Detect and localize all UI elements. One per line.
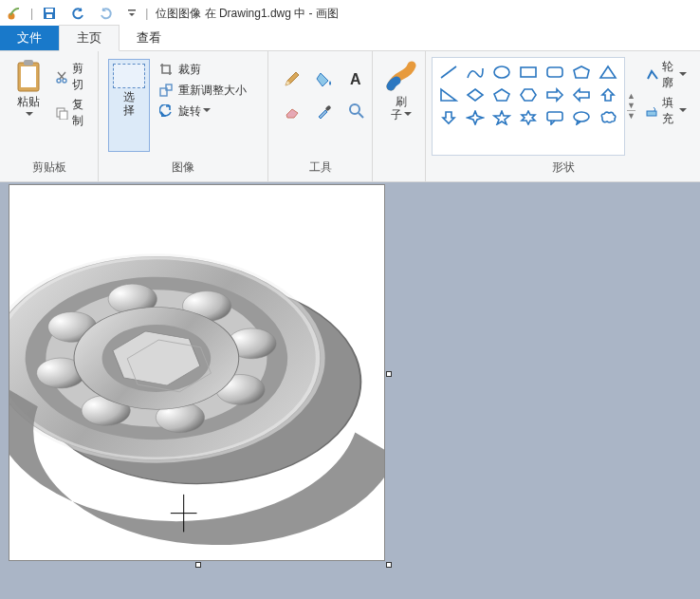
eraser-tool[interactable] — [278, 97, 306, 125]
undo-icon[interactable] — [69, 5, 86, 22]
svg-point-17 — [494, 66, 509, 78]
shape-star5[interactable] — [489, 107, 514, 128]
qat-customize-icon[interactable] — [126, 5, 138, 22]
copy-button[interactable]: 复制 — [51, 95, 92, 131]
scissors-icon — [55, 68, 68, 85]
tab-file[interactable]: 文件 — [0, 26, 59, 50]
brush-button[interactable]: 刷 子 — [378, 55, 424, 172]
copy-label: 复制 — [72, 97, 88, 129]
shapes-gallery[interactable] — [432, 57, 625, 156]
shape-arrow-left[interactable] — [569, 84, 594, 105]
resize-handle-s[interactable] — [195, 562, 201, 568]
brush-icon — [384, 59, 418, 93]
svg-marker-20 — [574, 66, 589, 78]
group-image-label: 图像 — [104, 156, 262, 181]
svg-rect-11 — [60, 111, 67, 120]
shape-line[interactable] — [436, 62, 461, 83]
text-tool[interactable]: A — [342, 65, 371, 93]
gallery-down-icon[interactable]: ▼ — [627, 101, 636, 110]
shape-callout-rect[interactable] — [543, 107, 567, 128]
redo-icon[interactable] — [98, 5, 115, 22]
shape-curve[interactable] — [463, 62, 488, 83]
group-shapes: ▲ ▼ ▼ 轮廓 填充 形状 — [426, 51, 700, 181]
svg-marker-29 — [443, 112, 454, 123]
svg-rect-33 — [547, 112, 562, 121]
crop-label: 裁剪 — [178, 62, 201, 78]
copy-icon — [55, 104, 68, 122]
svg-rect-7 — [24, 60, 33, 66]
group-tools: A 工具 — [268, 51, 373, 181]
group-tools-label: 工具 — [274, 156, 366, 181]
chevron-down-icon — [677, 104, 687, 118]
app-icon — [6, 5, 23, 22]
svg-rect-35 — [647, 111, 656, 116]
shape-roundrect[interactable] — [543, 62, 567, 83]
qat-separator: | — [30, 7, 33, 20]
eyedropper-tool[interactable] — [310, 97, 339, 125]
shape-star4[interactable] — [463, 107, 488, 128]
outline-button[interactable]: 轮廓 — [641, 57, 691, 93]
window-title: 位图图像 在 Drawing1.dwg 中 - 画图 — [156, 6, 339, 22]
svg-marker-28 — [602, 89, 614, 101]
svg-marker-24 — [494, 89, 509, 101]
cut-button[interactable]: 剪切 — [51, 59, 92, 95]
svg-marker-32 — [522, 111, 535, 124]
outline-label: 轮廓 — [662, 59, 677, 91]
shape-arrow-right[interactable] — [543, 84, 567, 105]
group-clipboard: 粘贴 剪切 复制 剪贴板 — [0, 51, 99, 181]
resize-handle-e[interactable] — [386, 371, 392, 377]
select-button[interactable]: 选 择 — [108, 59, 150, 152]
svg-marker-25 — [521, 89, 536, 101]
magnifier-tool[interactable] — [342, 97, 371, 125]
chevron-down-icon — [677, 68, 687, 82]
svg-marker-21 — [600, 66, 616, 78]
shape-star6[interactable] — [516, 107, 541, 128]
tab-home[interactable]: 主页 — [59, 25, 120, 51]
qat-separator-2: | — [145, 7, 148, 20]
svg-point-8 — [57, 79, 61, 83]
shape-polygon[interactable] — [569, 62, 594, 83]
rotate-icon — [157, 103, 175, 120]
bearing-image — [9, 185, 384, 560]
svg-point-9 — [63, 79, 66, 83]
ribbon: 粘贴 剪切 复制 剪贴板 选 择 — [0, 51, 700, 182]
group-brush: 刷 子 — [373, 51, 426, 181]
group-brush-label — [378, 172, 419, 181]
chevron-down-icon — [24, 108, 33, 122]
svg-rect-18 — [521, 67, 536, 77]
save-icon[interactable] — [41, 5, 58, 22]
svg-point-16 — [350, 104, 359, 114]
svg-rect-2 — [46, 9, 53, 12]
svg-rect-19 — [547, 67, 562, 77]
resize-handle-se[interactable] — [386, 562, 392, 568]
shape-arrow-up[interactable] — [596, 84, 620, 105]
shape-diamond[interactable] — [463, 84, 488, 105]
pencil-tool[interactable] — [278, 65, 306, 93]
tab-view[interactable]: 查看 — [120, 26, 178, 50]
paste-label: 粘贴 — [17, 95, 40, 108]
fill-button[interactable]: 填充 — [641, 93, 691, 129]
rotate-button[interactable]: 旋转 — [154, 101, 250, 122]
svg-marker-22 — [441, 89, 456, 101]
canvas[interactable] — [9, 185, 384, 560]
chevron-down-icon — [201, 104, 211, 118]
group-clipboard-label: 剪贴板 — [6, 156, 92, 181]
shape-pentagon[interactable] — [489, 84, 514, 105]
shape-triangle[interactable] — [596, 62, 620, 83]
canvas-area — [0, 182, 700, 599]
paste-button[interactable]: 粘贴 — [6, 55, 51, 156]
resize-button[interactable]: 重新调整大小 — [154, 80, 250, 101]
shape-arrow-down[interactable] — [436, 107, 461, 128]
gallery-more-icon[interactable]: ▼ — [627, 110, 636, 121]
ribbon-tabs: 文件 主页 查看 — [0, 27, 700, 51]
crop-button[interactable]: 裁剪 — [154, 59, 250, 80]
shape-callout-cloud[interactable] — [596, 107, 620, 128]
shape-hexagon[interactable] — [516, 84, 541, 105]
shape-rtriangle[interactable] — [436, 84, 461, 105]
fill-tool[interactable] — [310, 65, 339, 93]
shape-rect[interactable] — [516, 62, 541, 83]
shape-callout-oval[interactable] — [569, 107, 594, 128]
shape-oval[interactable] — [489, 62, 514, 83]
svg-rect-4 — [128, 9, 136, 11]
gallery-up-icon[interactable]: ▲ — [627, 91, 636, 101]
